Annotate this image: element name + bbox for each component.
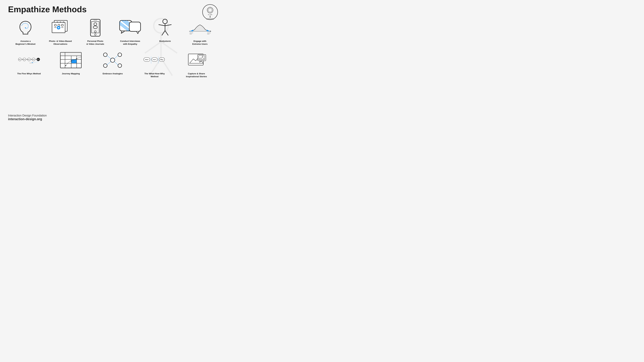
svg-text:Why?: Why?	[23, 59, 26, 60]
svg-point-14	[208, 11, 209, 12]
svg-point-16	[211, 11, 212, 12]
beginners-mindset-icon	[14, 17, 37, 38]
method-photo-video-obs: Photo- & Video-BasedObservations	[43, 17, 78, 45]
method-five-whys: Why? Why? Why?	[8, 50, 50, 75]
svg-text:How?: How?	[153, 59, 156, 60]
svg-point-94	[118, 64, 122, 67]
svg-point-13	[212, 10, 212, 10]
svg-line-97	[107, 61, 111, 65]
svg-text:Why?: Why?	[19, 59, 21, 60]
svg-rect-34	[94, 20, 97, 21]
svg-text:Why?: Why?	[32, 59, 34, 60]
svg-line-51	[162, 30, 165, 35]
method-engage-extreme: extreme users extreme users Engage withE…	[182, 17, 217, 45]
svg-text:Root Cause: Root Cause	[30, 63, 34, 63]
capture-share-icon	[185, 50, 208, 71]
what-how-why-icon: What? How? Why?	[143, 50, 166, 71]
five-whys-label: The Five Whys Method	[17, 72, 41, 75]
svg-point-20	[25, 27, 26, 28]
svg-text:extreme: extreme	[190, 32, 193, 33]
svg-rect-46	[129, 22, 140, 31]
svg-point-92	[118, 53, 122, 56]
svg-rect-32	[92, 21, 99, 33]
svg-text:What?: What?	[145, 59, 148, 60]
svg-rect-80	[60, 52, 81, 56]
svg-point-9	[208, 8, 209, 9]
method-beginners-mindset: Assume aBeginner's Mindset	[8, 17, 43, 45]
engage-extreme-icon: extreme users extreme users	[189, 17, 211, 38]
svg-line-50	[165, 25, 172, 26]
journey-mapping-icon	[60, 50, 82, 71]
method-capture-share: Capture & ShareInspirational Stories	[176, 50, 217, 78]
photo-video-obs-icon	[49, 17, 72, 38]
footer-org-name: Interaction Design Foundation	[8, 114, 47, 117]
svg-line-98	[114, 61, 118, 65]
conduct-interviews-label: Conduct Interviewswith Empathy	[120, 40, 140, 45]
svg-text:DESIGN FOUNDATION: DESIGN FOUNDATION	[206, 19, 214, 20]
personal-photo-icon	[84, 17, 106, 38]
embrace-analogies-label: Embrace Analogies	[103, 72, 123, 75]
svg-point-11	[211, 8, 212, 9]
footer-url: interaction-design.org	[8, 117, 47, 121]
engage-extreme-label: Engage withExtreme Users	[192, 40, 208, 45]
methods-row-2: Why? Why? Why?	[8, 50, 217, 78]
svg-point-89	[76, 58, 77, 59]
svg-text:Est. 2002: Est. 2002	[208, 14, 212, 15]
method-journey-mapping: Journey Mapping	[50, 50, 92, 75]
svg-line-49	[158, 25, 165, 26]
beginners-mindset-label: Assume aBeginner's Mindset	[16, 40, 36, 45]
footer: Interaction Design Foundation interactio…	[8, 114, 47, 121]
five-whys-icon: Why? Why? Why?	[18, 50, 40, 71]
svg-text:users: users	[207, 33, 210, 34]
svg-point-91	[104, 53, 107, 56]
svg-point-90	[110, 58, 115, 62]
svg-text:extreme: extreme	[207, 32, 210, 33]
svg-marker-74	[36, 59, 37, 60]
svg-point-10	[210, 8, 210, 8]
svg-line-95	[107, 55, 111, 59]
bodystorm-icon	[154, 17, 176, 38]
svg-line-96	[114, 55, 118, 59]
svg-line-52	[165, 30, 168, 35]
page-title: Empathize Methods	[8, 5, 217, 14]
method-embrace-analogies: Embrace Analogies	[92, 50, 134, 75]
journey-mapping-label: Journey Mapping	[62, 72, 80, 75]
svg-point-15	[210, 12, 210, 12]
capture-share-label: Capture & ShareInspirational Stories	[186, 72, 207, 78]
embrace-analogies-icon	[102, 50, 124, 71]
svg-text:Why?: Why?	[28, 59, 30, 60]
photo-video-obs-label: Photo- & Video-BasedObservations	[49, 40, 72, 45]
methods-row-1: Assume aBeginner's Mindset	[8, 17, 217, 45]
logo: Est. 2002 INTERACTION DESIGN FOUNDATION	[202, 4, 218, 20]
svg-point-88	[71, 60, 72, 61]
svg-point-47	[163, 19, 167, 24]
personal-photo-label: Personal Photo& Video Journals	[86, 40, 104, 45]
what-how-why-label: The What-How-Why Method	[142, 72, 168, 78]
conduct-interviews-icon	[119, 17, 141, 38]
svg-text:users: users	[190, 33, 192, 34]
svg-text:Why?: Why?	[160, 59, 164, 60]
method-conduct-interviews: Conduct Interviewswith Empathy	[113, 17, 148, 45]
method-what-how-why: What? How? Why? The What-How-Why Method	[134, 50, 176, 78]
svg-text:Why?: Why?	[37, 59, 39, 60]
method-personal-photo: Personal Photo& Video Journals	[78, 17, 113, 45]
bodystorm-label: Bodystorm	[159, 40, 171, 43]
svg-point-87	[65, 65, 66, 66]
svg-point-93	[104, 64, 107, 67]
svg-point-12	[208, 10, 208, 10]
method-bodystorm: Bodystorm	[148, 17, 182, 43]
page: Est. 2002 INTERACTION DESIGN FOUNDATION …	[0, 0, 226, 127]
